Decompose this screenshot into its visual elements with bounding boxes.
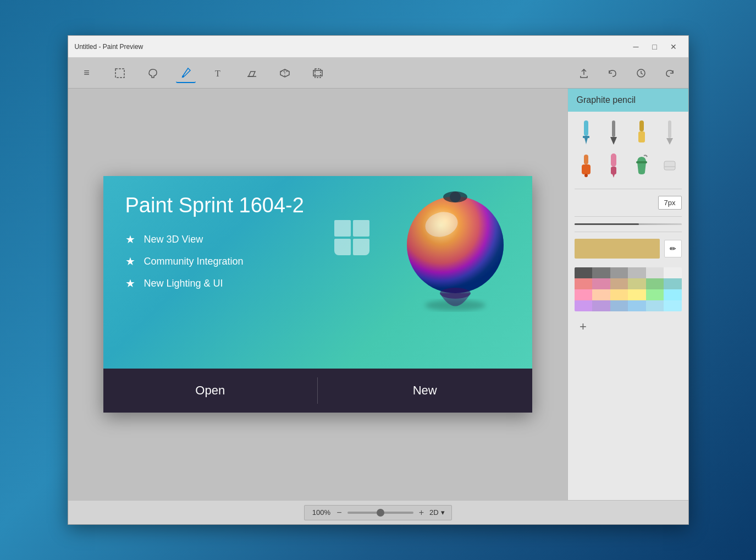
- brush-oil[interactable]: [630, 118, 653, 147]
- 3d-tool[interactable]: [275, 63, 295, 83]
- brush-grid: [568, 112, 688, 186]
- view-dropdown[interactable]: 2D ▾: [429, 508, 445, 517]
- opacity-slider[interactable]: [575, 223, 682, 225]
- add-color-button[interactable]: +: [575, 318, 592, 336]
- close-button[interactable]: ✕: [665, 40, 682, 53]
- opacity-track: [575, 223, 639, 225]
- splash-bottom: Open New: [103, 369, 532, 413]
- select-rect-tool[interactable]: [110, 63, 130, 83]
- redo-icon[interactable]: [660, 63, 680, 83]
- palette-cell[interactable]: [664, 300, 682, 311]
- brush-bucket[interactable]: [630, 151, 653, 180]
- palette-cell[interactable]: [646, 267, 664, 278]
- palette-cell[interactable]: [575, 300, 593, 311]
- svg-rect-21: [668, 120, 671, 138]
- svg-rect-17: [612, 120, 615, 137]
- svg-rect-20: [638, 131, 645, 142]
- palette-cell[interactable]: [628, 267, 646, 278]
- panel-divider-1: [575, 189, 682, 189]
- menu-icon[interactable]: ≡: [77, 63, 97, 83]
- svg-rect-15: [584, 120, 588, 136]
- chevron-down-icon: ▾: [441, 508, 445, 517]
- color-palette: [575, 267, 682, 311]
- palette-cell[interactable]: [592, 278, 610, 289]
- main-area: Paint Sprint 1604-2 ★ New 3D View ★ Comm…: [68, 89, 688, 500]
- palette-cell[interactable]: [610, 289, 628, 300]
- select-lasso-tool[interactable]: [143, 63, 163, 83]
- brush-tool[interactable]: [176, 63, 196, 83]
- zoom-in-button[interactable]: +: [419, 508, 424, 518]
- brush-eraser-item[interactable]: [658, 151, 681, 180]
- open-button[interactable]: Open: [103, 369, 318, 413]
- brush-marker[interactable]: [602, 151, 625, 180]
- svg-point-24: [584, 174, 588, 177]
- history-icon[interactable]: [631, 63, 651, 83]
- status-bar: 100% − + 2D ▾: [68, 500, 688, 524]
- brush-watercolor[interactable]: [575, 118, 598, 147]
- splash-top: Paint Sprint 1604-2 ★ New 3D View ★ Comm…: [103, 176, 532, 369]
- svg-rect-26: [611, 167, 616, 174]
- toolbar: ≡ T: [68, 58, 688, 89]
- upload-icon[interactable]: [574, 63, 594, 83]
- toolbar-right: [574, 63, 680, 83]
- zoom-out-button[interactable]: −: [336, 508, 341, 518]
- palette-cell[interactable]: [646, 300, 664, 311]
- feature-label-1: New 3D View: [144, 234, 203, 245]
- view-selector: 2D ▾: [429, 508, 445, 517]
- size-row: 7px: [568, 191, 688, 214]
- canvas-area: Paint Sprint 1604-2 ★ New 3D View ★ Comm…: [68, 89, 567, 500]
- minimize-button[interactable]: ─: [628, 40, 644, 53]
- svg-rect-28: [664, 161, 675, 170]
- star-icon-1: ★: [125, 233, 135, 246]
- zoom-slider[interactable]: [347, 512, 413, 514]
- svg-rect-25: [611, 153, 616, 167]
- eraser-tool[interactable]: [242, 63, 262, 83]
- palette-cell[interactable]: [664, 278, 682, 289]
- feature-label-2: Community Integration: [144, 256, 244, 267]
- text-tool[interactable]: T: [209, 63, 229, 83]
- palette-cell[interactable]: [664, 289, 682, 300]
- maximize-button[interactable]: □: [647, 40, 663, 53]
- palette-cell[interactable]: [628, 300, 646, 311]
- svg-text:T: T: [215, 69, 220, 78]
- palette-cell[interactable]: [575, 289, 593, 300]
- palette-cell[interactable]: [575, 278, 593, 289]
- canvas-tool[interactable]: [308, 63, 328, 83]
- brush-calligraphy[interactable]: [658, 118, 681, 147]
- panel-header: Graphite pencil: [568, 89, 688, 112]
- 3d-ball: [400, 187, 510, 319]
- palette-cell[interactable]: [592, 267, 610, 278]
- palette-cell[interactable]: [664, 267, 682, 278]
- palette-cell[interactable]: [610, 300, 628, 311]
- svg-point-1: [182, 75, 184, 78]
- zoom-controls: 100% − + 2D ▾: [304, 505, 451, 520]
- right-panel: Graphite pencil: [567, 89, 688, 500]
- undo-icon[interactable]: [603, 63, 622, 83]
- svg-rect-22: [584, 155, 588, 164]
- star-icon-2: ★: [125, 255, 135, 268]
- color-swatch[interactable]: [575, 239, 660, 259]
- feature-label-3: New Lighting & UI: [144, 278, 223, 289]
- svg-marker-18: [610, 137, 617, 145]
- palette-cell[interactable]: [592, 289, 610, 300]
- brush-graphite[interactable]: [602, 118, 625, 147]
- color-preview-row: ✏: [568, 234, 688, 263]
- svg-rect-0: [115, 69, 124, 78]
- palette-cell[interactable]: [610, 278, 628, 289]
- svg-rect-23: [582, 164, 591, 174]
- new-button[interactable]: New: [318, 369, 532, 413]
- brush-airbrush[interactable]: [575, 151, 598, 180]
- palette-cell[interactable]: [592, 300, 610, 311]
- svg-point-11: [407, 196, 504, 293]
- size-badge: 7px: [658, 196, 682, 210]
- palette-cell[interactable]: [646, 289, 664, 300]
- palette-cell[interactable]: [628, 278, 646, 289]
- palette-row-1: [575, 267, 682, 278]
- view-mode-label: 2D: [429, 508, 439, 517]
- palette-cell[interactable]: [610, 267, 628, 278]
- palette-cell[interactable]: [646, 278, 664, 289]
- palette-cell[interactable]: [575, 267, 593, 278]
- palette-row-4: [575, 300, 682, 311]
- palette-cell[interactable]: [628, 289, 646, 300]
- color-edit-button[interactable]: ✏: [664, 240, 682, 257]
